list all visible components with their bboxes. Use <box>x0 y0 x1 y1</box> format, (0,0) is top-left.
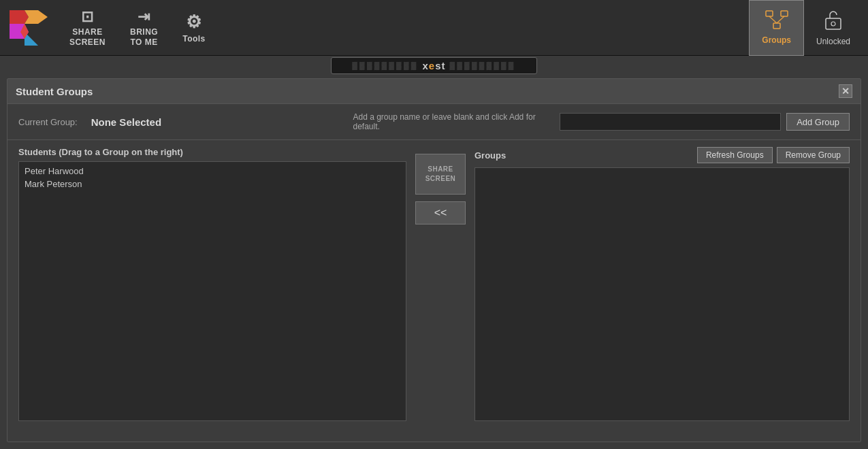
top-bar-nav: ⊡ SHARE SCREEN ⇥ BRING TO ME ⚙ Tools <box>57 0 749 56</box>
main-content: Students (Drag to a Group on the right) … <box>7 140 861 428</box>
logo <box>5 5 52 51</box>
xest-bar: ▒▒▒▒▒▒▒▒▒ xest ▒▒▒▒▒▒▒▒▒ <box>0 56 868 75</box>
student-groups-modal: Student Groups ✕ Current Group: None Sel… <box>7 78 861 442</box>
student-item[interactable]: Mark Peterson <box>19 178 406 190</box>
share-screen-label: SHARE SCREEN <box>69 27 106 47</box>
current-group-row: Current Group: None Selected Add a group… <box>7 104 861 140</box>
svg-rect-10 <box>826 18 841 29</box>
unlocked-nav[interactable]: Unlocked <box>804 0 863 56</box>
remove-group-button[interactable]: Remove Group <box>777 147 850 163</box>
share-screen-button[interactable]: SHARE SCREEN <box>415 154 466 195</box>
students-header: Students (Drag to a Group on the right) <box>18 147 406 157</box>
modal-title: Student Groups <box>16 86 93 97</box>
svg-rect-6 <box>781 11 788 16</box>
tools-label: Tools <box>182 34 206 44</box>
students-panel: Students (Drag to a Group on the right) … <box>18 147 406 421</box>
groups-icon <box>765 10 788 34</box>
svg-line-8 <box>769 16 777 23</box>
add-group-button[interactable]: Add Group <box>786 113 850 131</box>
add-group-input[interactable] <box>560 113 781 131</box>
students-label: Students (Drag to a Group on the right) <box>18 147 183 157</box>
back-button[interactable]: << <box>415 201 466 224</box>
svg-line-9 <box>777 16 784 23</box>
current-group-label: Current Group: <box>18 117 78 127</box>
groups-list[interactable] <box>475 167 850 421</box>
svg-rect-5 <box>766 11 773 16</box>
share-screen-icon: ⊡ <box>81 8 94 26</box>
add-group-hint: Add a group name or leave blank and clic… <box>353 112 549 131</box>
bring-to-me-icon: ⇥ <box>138 8 150 26</box>
top-bar: ⊡ SHARE SCREEN ⇥ BRING TO ME ⚙ Tools <box>0 0 868 56</box>
groups-label: Groups <box>475 150 506 161</box>
groups-nav[interactable]: Groups <box>749 0 804 56</box>
current-group-value: None Selected <box>91 116 340 128</box>
xest-logo-text: xest <box>422 60 445 71</box>
groups-actions: Refresh Groups Remove Group <box>697 147 850 163</box>
groups-label: Groups <box>762 35 791 45</box>
share-screen-nav[interactable]: ⊡ SHARE SCREEN <box>57 0 118 56</box>
tools-nav[interactable]: ⚙ Tools <box>170 0 218 56</box>
add-group-section: Add a group name or leave blank and clic… <box>353 112 850 131</box>
svg-marker-0 <box>10 10 29 24</box>
groups-header: Groups Refresh Groups Remove Group <box>475 147 850 163</box>
svg-rect-7 <box>773 23 780 29</box>
share-screen-button-label: SHARE SCREEN <box>425 165 456 184</box>
modal-header: Student Groups ✕ <box>7 79 861 104</box>
modal-close-button[interactable]: ✕ <box>839 84 852 98</box>
groups-panel: Groups Refresh Groups Remove Group <box>475 147 850 421</box>
refresh-groups-button[interactable]: Refresh Groups <box>697 147 773 163</box>
bring-to-me-label: BRING TO ME <box>130 27 158 47</box>
svg-point-11 <box>831 22 835 26</box>
unlocked-label: Unlocked <box>816 37 850 46</box>
top-bar-right: Groups Unlocked <box>749 0 863 56</box>
students-list[interactable]: Peter Harwood Mark Peterson <box>18 161 406 421</box>
bring-to-me-nav[interactable]: ⇥ BRING TO ME <box>118 0 170 56</box>
student-item[interactable]: Peter Harwood <box>19 165 406 178</box>
middle-panel: SHARE SCREEN << <box>413 147 468 421</box>
tools-icon: ⚙ <box>186 12 202 33</box>
unlocked-icon <box>824 9 843 35</box>
xest-label: ▒▒▒▒▒▒▒▒▒ xest ▒▒▒▒▒▒▒▒▒ <box>331 57 536 74</box>
